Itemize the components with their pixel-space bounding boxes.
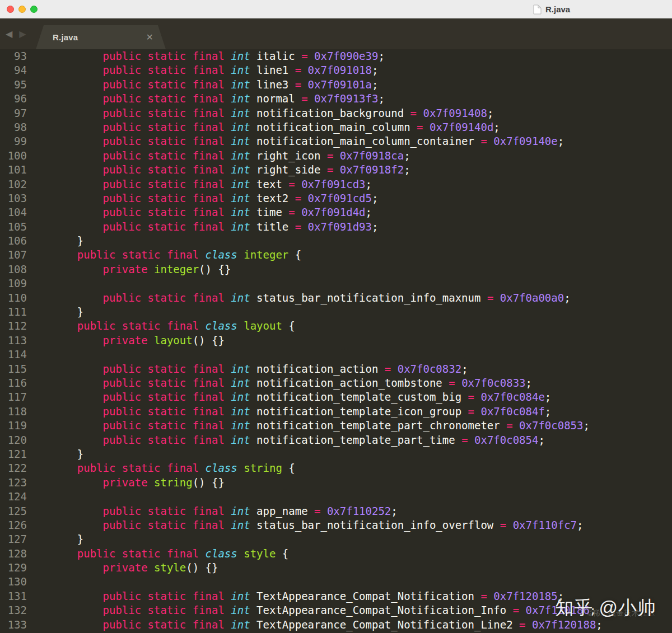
code-line[interactable]: 104 public static final int time = 0x7f0… xyxy=(0,205,672,219)
code-line[interactable]: 96 public static final int normal = 0x7f… xyxy=(0,92,672,106)
code-line[interactable]: 95 public static final int line3 = 0x7f0… xyxy=(0,78,672,92)
code-token: = xyxy=(288,206,295,218)
code-line[interactable]: 112 public static final class layout { xyxy=(0,319,672,333)
code-token: notification_main_column xyxy=(250,121,417,133)
forward-button[interactable]: ▶ xyxy=(19,29,26,39)
code-line-content: public static final int notification_mai… xyxy=(52,134,564,148)
code-token: int xyxy=(231,149,250,162)
code-token: () {} xyxy=(186,561,218,574)
code-line[interactable]: 105 public static final int title = 0x7f… xyxy=(0,220,672,234)
code-line[interactable]: 110 public static final int status_bar_n… xyxy=(0,291,672,305)
code-token: { xyxy=(282,320,295,332)
code-line-content: public static final int notification_mai… xyxy=(52,120,500,134)
line-number: 115 xyxy=(0,362,34,376)
code-token: } xyxy=(52,448,83,460)
tab-close-icon[interactable]: ✕ xyxy=(146,33,153,42)
code-token: = xyxy=(295,64,301,76)
code-line[interactable]: 128 public static final class style { xyxy=(0,547,672,561)
code-line[interactable]: 132 public static final int TextAppearan… xyxy=(0,603,672,617)
code-line[interactable]: 111 } xyxy=(0,305,672,319)
code-line[interactable]: 101 public static final int right_side =… xyxy=(0,163,672,177)
code-line[interactable]: 121 } xyxy=(0,447,672,461)
code-line[interactable]: 103 public static final int text2 = 0x7f… xyxy=(0,191,672,205)
code-line[interactable]: 131 public static final int TextAppearan… xyxy=(0,589,672,603)
zoom-window-button[interactable] xyxy=(30,6,38,13)
code-token: 0x7f0c0854 xyxy=(468,434,539,446)
code-line[interactable]: 94 public static final int line1 = 0x7f0… xyxy=(0,63,672,77)
code-token: 0x7f0c0833 xyxy=(455,377,526,389)
code-line[interactable]: 107 public static final class integer { xyxy=(0,248,672,262)
code-token: = xyxy=(314,505,320,517)
code-token: class xyxy=(206,462,237,474)
code-token: public static final xyxy=(52,519,231,531)
code-line[interactable]: 130 xyxy=(0,575,672,589)
code-line[interactable]: 100 public static final int right_icon =… xyxy=(0,149,672,163)
tab-rjava[interactable]: R.java ✕ xyxy=(36,25,166,49)
code-token: } xyxy=(52,235,83,247)
code-line[interactable]: 117 public static final int notification… xyxy=(0,390,672,404)
code-line[interactable]: 123 private string() {} xyxy=(0,476,672,490)
line-number: 114 xyxy=(0,348,34,362)
code-token: 0x7f09140e xyxy=(487,135,558,147)
code-line[interactable]: 113 private layout() {} xyxy=(0,334,672,348)
code-line[interactable]: 133 public static final int TextAppearan… xyxy=(0,618,672,632)
line-number: 118 xyxy=(0,405,34,419)
code-token: { xyxy=(276,547,288,560)
code-token: } xyxy=(52,533,83,545)
code-token: 0x7f110fc7 xyxy=(506,519,577,531)
back-button[interactable]: ◀ xyxy=(6,29,12,39)
minimize-window-button[interactable] xyxy=(18,6,26,13)
line-number: 127 xyxy=(0,532,34,546)
code-token: ; xyxy=(538,434,544,446)
code-area[interactable]: 93 public static final int italic = 0x7f… xyxy=(0,49,672,632)
code-line[interactable]: 126 public static final int status_bar_n… xyxy=(0,518,672,532)
line-number: 131 xyxy=(0,589,34,603)
code-line[interactable]: 114 xyxy=(0,348,672,362)
code-line[interactable]: 129 private style() {} xyxy=(0,561,672,575)
code-token: line1 xyxy=(250,64,295,76)
code-line[interactable]: 127 } xyxy=(0,532,672,546)
code-line[interactable]: 109 xyxy=(0,276,672,290)
code-editor[interactable]: 93 public static final int italic = 0x7f… xyxy=(0,49,672,633)
line-number: 108 xyxy=(0,262,34,276)
code-token: { xyxy=(282,462,295,474)
code-token: = xyxy=(295,78,301,91)
code-token: ; xyxy=(545,405,551,418)
code-line[interactable]: 93 public static final int italic = 0x7f… xyxy=(0,49,672,63)
code-line[interactable]: 102 public static final int text = 0x7f0… xyxy=(0,177,672,191)
code-line[interactable]: 118 public static final int notification… xyxy=(0,405,672,419)
code-line[interactable]: 122 public static final class string { xyxy=(0,461,672,475)
code-line-content: public static final int notification_bac… xyxy=(52,106,493,120)
code-line[interactable]: 108 private integer() {} xyxy=(0,262,672,276)
code-line[interactable]: 120 public static final int notification… xyxy=(0,433,672,447)
line-number: 106 xyxy=(0,234,34,248)
code-line[interactable]: 125 public static final int app_name = 0… xyxy=(0,504,672,518)
code-token: notification_main_column_container xyxy=(250,135,481,147)
code-line[interactable]: 98 public static final int notification_… xyxy=(0,120,672,134)
code-token: ; xyxy=(545,391,551,403)
code-line-content: public static final int notification_act… xyxy=(52,376,532,390)
code-token: int xyxy=(231,434,250,446)
code-token: ; xyxy=(366,206,372,218)
code-token: status_bar_notification_info_overflow xyxy=(250,519,500,531)
close-window-button[interactable] xyxy=(7,6,14,13)
code-token: int xyxy=(231,590,250,602)
code-line[interactable]: 124 xyxy=(0,490,672,504)
code-line[interactable]: 116 public static final int notification… xyxy=(0,376,672,390)
code-line-content: } xyxy=(52,234,83,248)
window-title-area: R.java xyxy=(533,0,570,18)
code-token: public static final xyxy=(52,405,231,418)
code-line[interactable]: 106 } xyxy=(0,234,672,248)
code-line[interactable]: 99 public static final int notification_… xyxy=(0,134,672,148)
code-token: layout xyxy=(244,320,282,332)
code-token: string xyxy=(154,476,193,489)
code-line[interactable]: 97 public static final int notification_… xyxy=(0,106,672,120)
code-line-content: public static final class integer { xyxy=(52,248,301,262)
code-token: ; xyxy=(372,192,378,204)
code-token: int xyxy=(231,64,250,76)
code-line[interactable]: 115 public static final int notification… xyxy=(0,362,672,376)
line-number: 129 xyxy=(0,561,34,575)
code-token: title xyxy=(250,221,295,233)
code-line[interactable]: 119 public static final int notification… xyxy=(0,419,672,433)
code-line-content: public static final int line1 = 0x7f0910… xyxy=(52,63,378,77)
